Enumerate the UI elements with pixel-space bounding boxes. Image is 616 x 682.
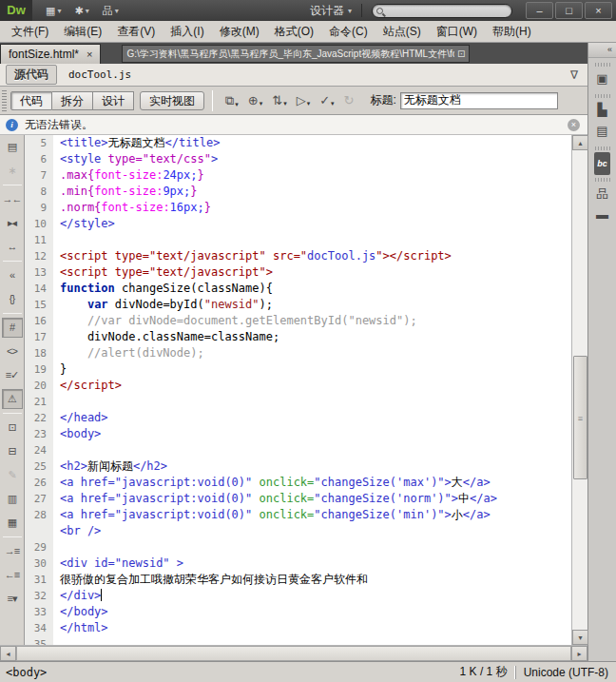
code-line-content[interactable]: </script> — [53, 378, 571, 394]
view-button-设计[interactable]: 设计 — [93, 91, 134, 110]
vertical-scrollbar-thumb[interactable]: ≡ — [573, 356, 587, 479]
site-management-icon[interactable]: 品▾ — [103, 4, 119, 18]
source-code-button[interactable]: 源代码 — [6, 65, 57, 85]
horizontal-scrollbar-thumb[interactable] — [16, 646, 571, 661]
code-line-content[interactable]: //alert(divNode); — [53, 345, 571, 361]
code-line-content[interactable]: <script type="text/javascript"> — [53, 264, 571, 281]
select-parent-tag-icon[interactable]: « — [2, 265, 23, 285]
code-line-content[interactable]: <body> — [53, 426, 571, 442]
code-editor[interactable]: 5<title>无标题文档</title>6<style type="text/… — [25, 135, 571, 645]
code-line-content[interactable]: </style> — [53, 216, 571, 232]
code-line-content[interactable]: <a href="javascript:void(0)" onclick="ch… — [53, 475, 571, 491]
code-line-content[interactable]: <br /> — [53, 523, 571, 539]
line-numbers-icon[interactable]: # — [2, 318, 23, 338]
layout-switcher-icon[interactable]: ▦▾ — [46, 5, 61, 17]
tag-selector-body[interactable]: <body> — [0, 666, 47, 679]
outdent-code-icon[interactable]: ←≡ — [2, 565, 23, 585]
code-line-content[interactable]: <a href="javascript:void(0)" onclick="ch… — [53, 507, 571, 523]
document-tab[interactable]: fontSize.html* × — [0, 44, 101, 64]
scroll-left-icon[interactable]: ◂ — [0, 646, 16, 661]
assets-panel-icon[interactable]: ▬ — [591, 205, 614, 225]
code-line-content[interactable] — [53, 394, 571, 410]
tab-close-icon[interactable]: × — [87, 49, 92, 60]
restore-window-icon[interactable]: ⊡ — [457, 46, 465, 62]
minimize-button[interactable]: – — [526, 2, 553, 19]
ap-elements-panel-icon[interactable]: ▤ — [591, 121, 614, 142]
code-line-content[interactable]: var divNode=byId("newsid"); — [53, 297, 571, 313]
open-documents-icon[interactable]: ▤ — [2, 137, 23, 157]
menu-item-6[interactable]: 命令(C) — [321, 21, 375, 42]
format-source-code-icon[interactable]: ≡▾ — [2, 589, 23, 609]
document-title-input[interactable] — [400, 92, 558, 109]
css-styles-panel-icon[interactable]: ▙ — [591, 100, 614, 121]
panel-group-gripper[interactable] — [595, 63, 610, 67]
menu-item-8[interactable]: 窗口(W) — [429, 21, 485, 42]
highlight-invalid-code-icon[interactable]: <> — [2, 341, 23, 361]
vertical-scrollbar[interactable]: ▴ ≡ ▾ — [571, 135, 587, 645]
close-button[interactable]: × — [585, 2, 612, 19]
scroll-up-icon[interactable]: ▴ — [572, 135, 588, 150]
move-css-icon[interactable]: ▦ — [2, 513, 23, 533]
code-line-content[interactable]: //var divNode=document.getElementById("n… — [53, 313, 571, 329]
multiscreen-preview-icon[interactable]: ⧉▾ — [225, 93, 239, 108]
menu-item-7[interactable]: 站点(S) — [375, 21, 429, 42]
code-line-content[interactable]: <style type="text/css"> — [53, 151, 571, 167]
maximize-button[interactable]: □ — [555, 2, 583, 19]
workspace-switcher[interactable]: 设计器 ▾ — [310, 3, 352, 19]
panel-group-gripper[interactable] — [595, 94, 610, 98]
menu-item-9[interactable]: 帮助(H) — [485, 21, 539, 42]
menu-item-3[interactable]: 插入(I) — [163, 21, 211, 42]
info-bar-warning-icon[interactable]: ⚠ — [2, 389, 23, 409]
panel-group-gripper[interactable] — [595, 146, 610, 150]
menu-item-2[interactable]: 查看(V) — [109, 21, 163, 42]
code-line-content[interactable]: 很骄傲的复合加工哦撒胡荣华客户如何接访日黄金客户软件和 — [53, 572, 571, 588]
code-line-content[interactable]: </body> — [53, 604, 571, 620]
check-browser-compatibility-icon[interactable]: ▷▾ — [297, 93, 311, 107]
scroll-right-icon[interactable]: ▸ — [571, 646, 587, 661]
code-line-content[interactable] — [53, 539, 571, 555]
apply-comment-icon[interactable]: ⊡ — [2, 418, 23, 438]
code-line-content[interactable]: <a href="javascript:void(0)" onclick="ch… — [53, 491, 571, 507]
indent-code-icon[interactable]: →≡ — [2, 541, 23, 561]
code-line-content[interactable]: } — [53, 361, 571, 378]
code-line-content[interactable]: <div id="newsid" > — [53, 555, 571, 572]
code-line-content[interactable]: <title>无标题文档</title> — [53, 135, 571, 151]
file-management-icon[interactable]: ⇅▾ — [272, 93, 286, 107]
code-line-content[interactable] — [53, 442, 571, 458]
code-line-content[interactable]: function changeSize(className){ — [53, 281, 571, 297]
code-line-content[interactable]: .max{font-size:24px;} — [53, 167, 571, 184]
search-box[interactable] — [372, 4, 512, 18]
code-line-content[interactable]: <h2>新闻标题</h2> — [53, 458, 571, 475]
filter-icon[interactable]: ∇ — [570, 68, 578, 82]
preview-debug-browser-icon[interactable]: ⊕▾ — [248, 93, 262, 107]
menu-item-1[interactable]: 编辑(E) — [56, 21, 109, 42]
files-panel-icon[interactable]: 品 — [591, 184, 614, 205]
collapse-selection-icon[interactable]: ▸◂ — [2, 213, 23, 233]
menu-item-4[interactable]: 修改(M) — [212, 21, 267, 42]
code-line-content[interactable]: </head> — [53, 410, 571, 426]
close-icon[interactable]: × — [568, 119, 580, 131]
code-line-content[interactable] — [53, 636, 571, 645]
code-line-content[interactable]: divNode.className=className; — [53, 329, 571, 345]
view-button-实时视图[interactable]: 实时视图 — [140, 91, 204, 110]
horizontal-scrollbar[interactable]: ◂ ▸ — [0, 645, 587, 661]
collapse-full-tag-icon[interactable]: →← — [2, 189, 23, 209]
validate-markup-icon[interactable]: ✓▾ — [319, 93, 334, 107]
menu-item-0[interactable]: 文件(F) — [4, 21, 56, 42]
code-line-content[interactable]: .norm{font-size:16px;} — [53, 200, 571, 216]
scroll-down-icon[interactable]: ▾ — [572, 630, 588, 645]
recent-snippets-icon[interactable]: ▥ — [2, 489, 23, 509]
code-line-content[interactable]: <script type="text/javascript" src="docT… — [53, 248, 571, 264]
view-button-拆分[interactable]: 拆分 — [52, 91, 93, 110]
menu-item-5[interactable]: 格式(O) — [267, 21, 321, 42]
panel-group-gripper[interactable] — [595, 178, 610, 182]
code-line-content[interactable]: </div> — [53, 588, 571, 604]
insert-panel-icon[interactable]: ▣ — [591, 68, 614, 89]
view-button-代码[interactable]: 代码 — [10, 91, 52, 110]
code-line-content[interactable]: </html> — [53, 620, 571, 636]
expand-panels-icon[interactable]: « — [588, 43, 616, 58]
expand-all-icon[interactable]: ↔ — [2, 237, 23, 257]
code-line-content[interactable] — [53, 232, 571, 248]
related-file-doctool[interactable]: docTool.js — [68, 68, 131, 81]
gear-icon[interactable]: ✱▾ — [74, 5, 88, 17]
